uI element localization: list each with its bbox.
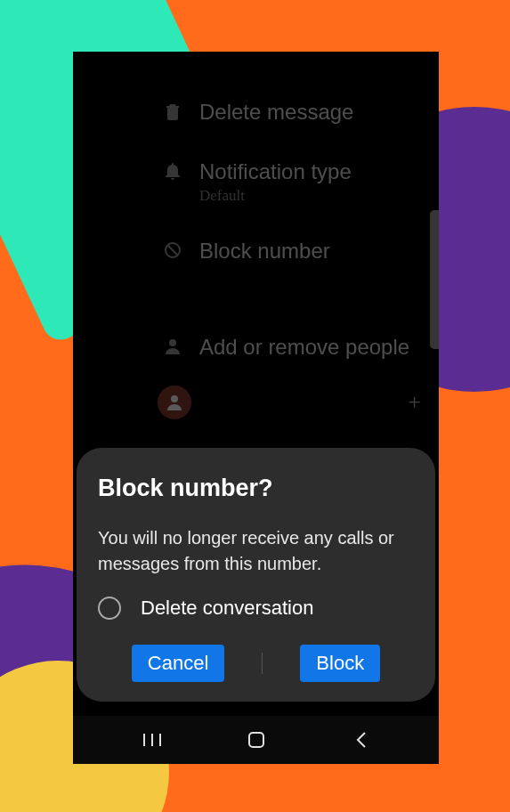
cancel-button[interactable]: Cancel [132,645,224,682]
svg-rect-7 [249,733,263,747]
contact-row: + [73,377,439,428]
checkbox-label: Delete conversation [141,597,313,620]
radio-icon [98,597,121,620]
menu-block-label: Block number [199,237,330,264]
block-number-dialog: Block number? You will no longer receive… [77,448,435,702]
back-button[interactable] [349,728,372,751]
plus-icon: + [408,389,421,416]
avatar [158,386,191,419]
svg-line-1 [167,245,178,256]
scroll-indicator [430,210,439,349]
menu-people-label: Add or remove people [199,333,409,361]
menu-item-people: Add or remove people [73,317,439,377]
menu-item-notification: Notification type Default [73,142,439,221]
person-icon [162,336,183,357]
menu-item-block: Block number [73,221,439,280]
delete-conversation-option[interactable]: Delete conversation [98,597,414,620]
menu-notification-value: Default [199,187,352,205]
menu-notification-label: Notification type [199,158,352,185]
block-button[interactable]: Block [300,645,380,682]
svg-point-3 [171,395,178,402]
svg-point-2 [169,339,176,346]
menu-item-delete: Delete message [73,82,439,142]
dialog-title: Block number? [98,475,414,502]
phone-frame: Delete message Notification type Default… [73,52,439,764]
system-navbar [73,716,439,764]
recents-button[interactable] [141,728,164,751]
home-button[interactable] [245,728,268,751]
dialog-message: You will no longer receive any calls or … [98,525,414,577]
bell-icon [162,160,183,182]
menu-delete-label: Delete message [199,98,353,126]
button-divider [262,653,263,674]
dialog-actions: Cancel Block [98,645,414,682]
block-icon [162,240,183,261]
trash-icon [162,101,183,122]
